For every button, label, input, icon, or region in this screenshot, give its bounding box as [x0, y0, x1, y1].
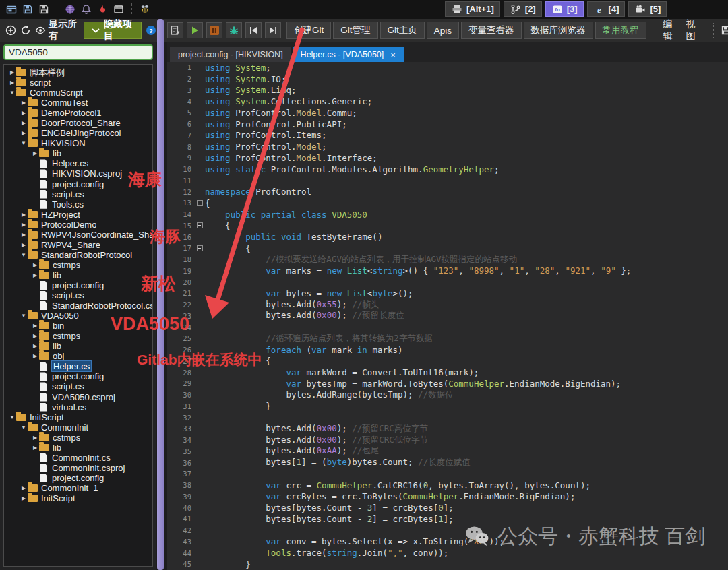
code-line[interactable]: 25 //循环遍历站点列表，将其转换为2字节数据 [167, 333, 728, 344]
flame-icon[interactable] [96, 3, 109, 15]
code-line[interactable]: 2using System.IO; [167, 73, 728, 85]
tree-item[interactable]: ▶CommuTest [4, 98, 152, 108]
tree-item[interactable]: ▶script [4, 77, 152, 88]
play-button[interactable] [187, 22, 203, 38]
code-line[interactable]: 44 Tools.trace(string.Join(",", conv)); [167, 547, 728, 559]
code-line[interactable]: 42 [167, 525, 728, 536]
expand-arrow-icon[interactable]: ▶ [20, 232, 28, 238]
code-line[interactable]: 31 } [167, 401, 728, 412]
code-line[interactable]: 37 [167, 468, 728, 480]
tree-item[interactable]: script.cs [4, 189, 152, 199]
tree-item[interactable]: Helper.cs [4, 361, 152, 371]
git-manage-button[interactable]: Git管理 [333, 22, 377, 39]
edit-menu[interactable]: 编辑 [657, 18, 679, 42]
code-line[interactable]: 17 { [167, 243, 728, 254]
refresh-icon[interactable] [20, 24, 31, 36]
tree-item[interactable]: ▶ProtocolDemo [4, 220, 152, 230]
collapse-arrow-icon[interactable]: ▼ [8, 90, 16, 96]
collapse-arrow-icon[interactable]: ▼ [20, 140, 28, 146]
variable-viewer-button[interactable]: 变量查看器 [461, 22, 522, 39]
add-circle-icon[interactable] [5, 24, 16, 36]
code-line[interactable]: 28 var markWord = Convert.ToUInt16(mark)… [167, 367, 728, 378]
tree-item[interactable]: project.config [4, 473, 152, 483]
tree-item[interactable]: ▶lib [4, 341, 152, 351]
hide-items-button[interactable]: 隐藏项目 [84, 22, 142, 39]
code-line[interactable]: 27 { [167, 356, 728, 367]
code-line[interactable]: 9using ProfControl.Model.Interface; [167, 152, 728, 164]
tree-item[interactable]: Tools.cs [4, 199, 152, 210]
collapse-arrow-icon[interactable]: ▼ [20, 313, 28, 319]
tree-item[interactable]: ▶RWPV4_Share [4, 240, 152, 250]
tree-item[interactable]: project.config [4, 179, 152, 189]
code-line[interactable]: 33 bytes.Add(0x00); //预留CRC高位字节 [167, 423, 728, 435]
search-input[interactable] [3, 44, 153, 60]
code-line[interactable]: 14 public partial class VDA5050 [167, 209, 728, 220]
tree-item[interactable]: HIKVISION.csproj [4, 168, 152, 179]
workspace-designer-button[interactable]: [Alt+1] [445, 1, 500, 17]
database-browser-button[interactable]: 数据库浏览器 [524, 22, 593, 39]
expand-arrow-icon[interactable]: ▶ [31, 435, 39, 441]
code-line[interactable]: 20 [167, 276, 728, 288]
expand-arrow-icon[interactable]: ▶ [31, 323, 39, 329]
code-line[interactable]: 8using ProfControl.Model; [167, 141, 728, 152]
expand-arrow-icon[interactable]: ▶ [20, 485, 28, 491]
git-home-button[interactable]: Git主页 [380, 22, 425, 39]
tab[interactable]: Helper.cs - [VDA5050]× [293, 47, 404, 62]
code-line[interactable]: 45 } [167, 559, 728, 570]
workspace-flow-button[interactable]: [2] [504, 1, 542, 17]
code-line[interactable]: 32 [167, 412, 728, 423]
collapse-arrow-icon[interactable]: ▼ [8, 414, 16, 420]
workspace-browser-button[interactable]: e[4] [587, 1, 626, 17]
project-icon[interactable] [5, 3, 18, 15]
code-editor[interactable]: 1using System;2using System.IO;3using Sy… [167, 62, 728, 570]
tab-close-icon[interactable]: × [390, 50, 396, 60]
expand-arrow-icon[interactable]: ▶ [31, 445, 39, 451]
tree-item[interactable]: ▶lib [4, 443, 152, 453]
tree-item[interactable]: project.config [4, 280, 152, 290]
code-line[interactable]: 19 var marks = new List<string>() { "123… [167, 265, 728, 277]
tree-item[interactable]: CommonInit.cs [4, 453, 152, 463]
show-all-button[interactable]: 显示所有 [35, 18, 80, 42]
code-line[interactable]: 18 //模拟要发送给AGV的站点列表，用于控制AGV按照指定的站点移动 [167, 254, 728, 265]
code-line[interactable]: 11 [167, 175, 728, 187]
tab[interactable]: project.config - [HIKVISION] [170, 47, 291, 62]
tree-item[interactable]: ▶obj [4, 351, 152, 361]
window-icon[interactable] [113, 3, 125, 15]
code-line[interactable]: 40 bytes[bytes.Count - 3] = crcBytes[0]; [167, 502, 728, 513]
code-line[interactable]: 10using static ProfControl.Modules.Algor… [167, 164, 728, 175]
code-line[interactable]: 6using ProfControl.PublicAPI; [167, 119, 728, 130]
expand-arrow-icon[interactable]: ▶ [20, 120, 28, 126]
code-line[interactable]: 13{ [167, 197, 728, 209]
fold-marker-icon[interactable] [194, 243, 205, 254]
tree-item[interactable]: ▼VDA5050 [4, 311, 152, 321]
code-line[interactable]: 36 bytes[1] = (byte)bytes.Count; //长度位赋值 [167, 457, 728, 468]
code-line[interactable]: 16 public void TestByteFrame() [167, 231, 728, 243]
bug-button[interactable] [226, 22, 242, 38]
code-line[interactable]: 34 bytes.Add(0x00); //预留CRC低位字节 [167, 435, 728, 446]
tree-item[interactable]: ▶cstmps [4, 331, 152, 341]
tree-item[interactable]: ▼CommuScript [4, 88, 152, 98]
tree-item[interactable]: ▶DoorProtocol_Share [4, 118, 152, 128]
expand-arrow-icon[interactable]: ▶ [20, 495, 28, 501]
code-line[interactable]: 15 { [167, 220, 728, 232]
tree-scrollbar[interactable] [157, 19, 164, 570]
expand-arrow-icon[interactable]: ▶ [31, 150, 39, 156]
tree-item[interactable]: Helper.cs [4, 158, 152, 168]
bee-icon[interactable] [139, 3, 151, 15]
code-line[interactable]: 24 [167, 321, 728, 333]
tree-item[interactable]: ▼HIKVISION [4, 138, 152, 148]
code-line[interactable]: 35 bytes.Add(0xAA); //包尾 [167, 446, 728, 457]
code-line[interactable]: 43 var conv = bytes.Select(x => x.ToStri… [167, 536, 728, 548]
code-line[interactable]: 26 foreach (var mark in marks) [167, 344, 728, 356]
collapse-arrow-icon[interactable]: ▼ [20, 424, 28, 431]
code-line[interactable]: 1using System; [167, 62, 728, 73]
tree-item[interactable]: ▶cstmps [4, 433, 152, 443]
save-icon[interactable] [22, 3, 34, 15]
script-edit-button[interactable] [167, 22, 183, 38]
tree-item[interactable]: ▶lib [4, 148, 152, 158]
expand-arrow-icon[interactable]: ▶ [31, 343, 39, 349]
expand-arrow-icon[interactable]: ▶ [20, 222, 28, 228]
tree-item[interactable]: ▼InitScript [4, 412, 152, 422]
code-line[interactable]: 22 bytes.Add(0x55); //帧头 [167, 299, 728, 311]
step-forward-button[interactable] [265, 22, 281, 38]
